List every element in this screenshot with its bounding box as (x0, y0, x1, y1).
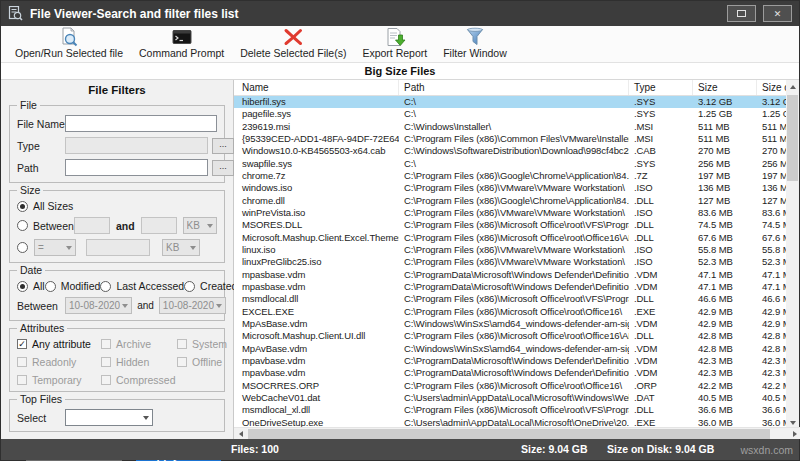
cell-path: C:\Program Files (x86)\Common Files\VMwa… (399, 133, 629, 145)
main-area: File Filters File File Name Type ... Pat… (1, 80, 799, 439)
cell-size: 83.6 MB (693, 207, 757, 219)
cell-type: .ISO (629, 256, 693, 268)
date-to-select: 10-08-2020 (159, 297, 226, 314)
cell-name: Windows10.0-KB4565503-x64.cab (234, 145, 399, 157)
attributes-grid: ✓Any attributeArchiveSystemReadonlyHidde… (17, 338, 217, 386)
size-between-radio[interactable] (17, 220, 28, 231)
all-sizes-radio[interactable] (17, 201, 28, 212)
cell-path: C:\Windows\WinSxS\amd64_windows-defender… (399, 318, 629, 330)
table-row[interactable]: {95339CED-ADD1-48FA-94DF-72E64B7893D6...… (234, 133, 788, 145)
export-report-button[interactable]: Export Report (354, 27, 435, 63)
checkbox-any-attribute[interactable]: ✓Any attribute (17, 338, 101, 350)
date-and-label: and (137, 300, 154, 311)
table-row[interactable]: linuxPreGlibc25.isoC:\Program Files (x86… (234, 256, 788, 268)
table-row[interactable]: winPreVista.isoC:\Program Files (x86)\VM… (234, 207, 788, 219)
table-row[interactable]: MpAsBase.vdmC:\Windows\WinSxS\amd64_wind… (234, 318, 788, 330)
table-row[interactable]: EXCEL.EXEC:\Program Files (x86)\Microsof… (234, 306, 788, 318)
table-row[interactable]: windows.isoC:\Program Files (x86)\VMware… (234, 182, 788, 194)
vertical-scroll-thumb[interactable] (787, 95, 798, 181)
date-option-modified[interactable]: Modified (45, 280, 101, 292)
table-row[interactable]: 239619.msiC:\Windows\Installer\.MSI511 M… (234, 121, 788, 133)
table-row[interactable]: msmdlocal_xl.dllC:\Program Files (x86)\M… (234, 404, 788, 416)
scroll-up-button[interactable] (786, 80, 799, 93)
date-option-created[interactable]: Created (184, 280, 237, 292)
cell-path: C:\Program Files (x86)\Microsoft Office\… (399, 380, 629, 392)
date-option-last-accessed[interactable]: Last Accessed (100, 280, 184, 292)
radio-label: Last Accessed (116, 280, 184, 292)
cell-type: .DLL (629, 232, 693, 244)
table-row[interactable]: mpavbase.vdmC:\ProgramData\Microsoft\Win… (234, 355, 788, 367)
cell-path: C:\ProgramData\Microsoft\Windows Defende… (399, 355, 629, 367)
maximize-button[interactable] (727, 5, 756, 22)
vertical-scrollbar[interactable] (786, 80, 799, 429)
cell-sod: 40.5 MB (757, 392, 788, 404)
path-browse-button[interactable]: ... (212, 160, 234, 176)
table-row[interactable]: mpavbase.vdmC:\ProgramData\Microsoft\Win… (234, 367, 788, 379)
cell-type: .VDM (629, 355, 693, 367)
size-operator-select: = (34, 239, 76, 256)
table-row[interactable]: chrome.7zC:\Program Files (x86)\Google\C… (234, 170, 788, 182)
horizontal-scroll-thumb[interactable] (248, 429, 770, 439)
table-row[interactable]: pagefile.sysC:\.SYS1.25 GB1.25 GB (234, 108, 788, 120)
table-row[interactable]: linux.isoC:\Program Files (x86)\VMware\V… (234, 244, 788, 256)
cell-name: winPreVista.iso (234, 207, 399, 219)
close-button[interactable]: ✕ (763, 5, 792, 22)
cell-path: C:\ProgramData\Microsoft\Windows Defende… (399, 367, 629, 379)
size-exact-radio[interactable] (17, 242, 28, 253)
filter-window-button[interactable]: Filter Window (435, 27, 515, 63)
cell-path: C:\ (399, 108, 629, 120)
column-header-name[interactable]: Name (234, 80, 399, 95)
table-row[interactable]: chrome.dllC:\Program Files (x86)\Google\… (234, 195, 788, 207)
checkbox-label: Any attribute (32, 338, 91, 350)
cell-size: 40.5 MB (693, 392, 757, 404)
cell-path: C:\Program Files (x86)\Google\Chrome\App… (399, 170, 629, 182)
table-row[interactable]: MpAvBase.vdmC:\Windows\WinSxS\amd64_wind… (234, 343, 788, 355)
table-row[interactable]: mpasbase.vdmC:\ProgramData\Microsoft\Win… (234, 281, 788, 293)
column-header-size-on-disk[interactable]: Size on Disk (757, 80, 788, 95)
cell-name: hiberfil.sys (234, 96, 399, 108)
cell-path: C:\Program Files (x86)\Microsoft Office\… (399, 404, 629, 416)
arrow-down-icon (790, 421, 796, 425)
cell-name: mpavbase.vdm (234, 367, 399, 379)
date-option-all[interactable]: All (17, 280, 45, 292)
delete-selected-files-button[interactable]: Delete Selected File(s) (232, 27, 354, 63)
table-row[interactable]: Microsoft.Mashup.Client.UI.dllC:\Program… (234, 330, 788, 342)
command-prompt-button[interactable]: Command Prompt (131, 27, 232, 63)
cell-sod: 74.5 MB (757, 219, 788, 231)
cell-size: 3.12 GB (693, 96, 757, 108)
open-run-selected-file-button[interactable]: Open/Run Selected file (7, 27, 131, 63)
app-icon (8, 6, 23, 21)
table-row[interactable]: Windows10.0-KB4565503-x64.cabC:\Windows\… (234, 145, 788, 157)
column-header-path[interactable]: Path (399, 80, 629, 95)
cell-sod: 42.3 MB (757, 355, 788, 367)
chevron-down-icon (190, 246, 196, 250)
table-row[interactable]: swapfile.sysC:\.SYS256 MB256 MB (234, 158, 788, 170)
cell-sod: 42.8 MB (757, 343, 788, 355)
radio-icon (100, 281, 111, 292)
toolbar-label: Export Report (362, 47, 427, 60)
table-row[interactable]: MSOCRRES.ORPC:\Program Files (x86)\Micro… (234, 380, 788, 392)
cell-path: C:\ (399, 158, 629, 170)
cell-type: .SYS (629, 96, 693, 108)
size-exact-input (86, 239, 150, 256)
attributes-group-label: Attributes (17, 322, 67, 334)
cell-name: EXCEL.EXE (234, 306, 399, 318)
column-header-type[interactable]: Type (629, 80, 693, 95)
table-row[interactable]: msmdlocal.dllC:\Program Files (x86)\Micr… (234, 293, 788, 305)
file-name-input[interactable] (65, 115, 217, 132)
table-row[interactable]: hiberfil.sysC:\.SYS3.12 GB3.12 GB (234, 96, 788, 108)
column-header-size[interactable]: Size (693, 80, 757, 95)
top-files-select[interactable] (65, 409, 153, 426)
path-input[interactable] (65, 159, 208, 176)
table-row[interactable]: mpasbase.vdmC:\ProgramData\Microsoft\Win… (234, 269, 788, 281)
table-row[interactable]: MSORES.DLLC:\Program Files (x86)\Microso… (234, 219, 788, 231)
horizontal-scrollbar[interactable] (234, 427, 800, 439)
cell-sod: 42.9 MB (757, 306, 788, 318)
radio-icon (184, 281, 195, 292)
cell-name: chrome.7z (234, 170, 399, 182)
checkbox-temporary: Temporary (17, 374, 101, 386)
table-row[interactable]: WebCacheV01.datC:\Users\admin\AppData\Lo… (234, 392, 788, 404)
checkbox-label: Readonly (32, 356, 76, 368)
type-browse-button[interactable]: ... (212, 138, 234, 154)
table-row[interactable]: Microsoft.Mashup.Client.Excel.Themes.dll… (234, 232, 788, 244)
